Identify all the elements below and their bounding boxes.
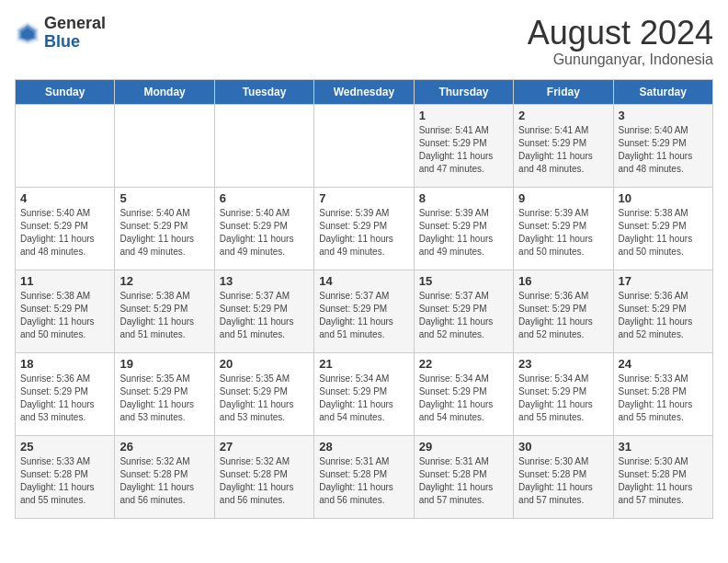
- calendar-cell: 21Sunrise: 5:34 AMSunset: 5:29 PMDayligh…: [314, 352, 414, 435]
- day-info: Sunrise: 5:40 AMSunset: 5:29 PMDaylight:…: [220, 207, 309, 259]
- day-number: 26: [119, 440, 209, 454]
- calendar-week-2: 4Sunrise: 5:40 AMSunset: 5:29 PMDaylight…: [16, 187, 713, 270]
- calendar-cell: [214, 104, 313, 187]
- calendar-cell: 22Sunrise: 5:34 AMSunset: 5:29 PMDayligh…: [414, 352, 513, 435]
- day-info: Sunrise: 5:41 AMSunset: 5:29 PMDaylight:…: [419, 124, 508, 176]
- day-number: 24: [619, 357, 708, 371]
- day-info: Sunrise: 5:32 AMSunset: 5:28 PMDaylight:…: [119, 455, 209, 507]
- calendar-cell: 30Sunrise: 5:30 AMSunset: 5:28 PMDayligh…: [514, 435, 613, 518]
- day-info: Sunrise: 5:39 AMSunset: 5:29 PMDaylight:…: [518, 207, 608, 259]
- calendar-cell: 23Sunrise: 5:34 AMSunset: 5:29 PMDayligh…: [514, 352, 613, 435]
- month-year-title: August 2024: [528, 15, 713, 52]
- calendar-cell: 2Sunrise: 5:41 AMSunset: 5:29 PMDaylight…: [514, 104, 613, 187]
- weekday-header-monday: Monday: [115, 79, 214, 104]
- day-number: 18: [20, 357, 109, 371]
- day-info: Sunrise: 5:40 AMSunset: 5:29 PMDaylight:…: [119, 207, 209, 259]
- logo-general: General: [44, 14, 106, 32]
- calendar-week-3: 11Sunrise: 5:38 AMSunset: 5:29 PMDayligh…: [16, 270, 713, 352]
- day-info: Sunrise: 5:37 AMSunset: 5:29 PMDaylight:…: [319, 290, 408, 341]
- day-info: Sunrise: 5:33 AMSunset: 5:28 PMDaylight:…: [619, 373, 708, 424]
- day-number: 31: [619, 440, 708, 454]
- logo-text: General Blue: [44, 15, 106, 52]
- calendar-cell: 27Sunrise: 5:32 AMSunset: 5:28 PMDayligh…: [214, 435, 313, 518]
- day-info: Sunrise: 5:34 AMSunset: 5:29 PMDaylight:…: [419, 373, 508, 424]
- calendar-cell: 3Sunrise: 5:40 AMSunset: 5:29 PMDaylight…: [613, 104, 712, 187]
- calendar-cell: [16, 104, 115, 187]
- day-number: 6: [220, 191, 309, 205]
- calendar-cell: [314, 104, 414, 187]
- day-number: 5: [119, 191, 209, 205]
- calendar-week-5: 25Sunrise: 5:33 AMSunset: 5:28 PMDayligh…: [16, 435, 713, 518]
- day-number: 7: [319, 191, 408, 205]
- day-info: Sunrise: 5:40 AMSunset: 5:29 PMDaylight:…: [619, 124, 708, 176]
- logo: General Blue: [15, 15, 106, 52]
- calendar-cell: 9Sunrise: 5:39 AMSunset: 5:29 PMDaylight…: [514, 187, 613, 270]
- day-number: 22: [419, 357, 508, 371]
- calendar-cell: 4Sunrise: 5:40 AMSunset: 5:29 PMDaylight…: [16, 187, 115, 270]
- day-number: 30: [518, 440, 608, 454]
- day-number: 23: [518, 357, 608, 371]
- day-info: Sunrise: 5:30 AMSunset: 5:28 PMDaylight:…: [619, 455, 708, 507]
- day-number: 19: [119, 357, 209, 371]
- calendar-cell: 16Sunrise: 5:36 AMSunset: 5:29 PMDayligh…: [514, 270, 613, 352]
- day-info: Sunrise: 5:35 AMSunset: 5:29 PMDaylight:…: [119, 373, 209, 424]
- calendar-cell: 14Sunrise: 5:37 AMSunset: 5:29 PMDayligh…: [314, 270, 414, 352]
- day-info: Sunrise: 5:33 AMSunset: 5:28 PMDaylight:…: [20, 455, 109, 507]
- day-info: Sunrise: 5:36 AMSunset: 5:29 PMDaylight:…: [619, 290, 708, 341]
- calendar-cell: 28Sunrise: 5:31 AMSunset: 5:28 PMDayligh…: [314, 435, 414, 518]
- day-number: 4: [20, 191, 109, 205]
- day-info: Sunrise: 5:34 AMSunset: 5:29 PMDaylight:…: [319, 373, 408, 424]
- weekday-header-tuesday: Tuesday: [214, 79, 313, 104]
- day-number: 21: [319, 357, 408, 371]
- day-number: 29: [419, 440, 508, 454]
- weekday-header-row: SundayMondayTuesdayWednesdayThursdayFrid…: [16, 79, 713, 104]
- calendar-week-1: 1Sunrise: 5:41 AMSunset: 5:29 PMDaylight…: [16, 104, 713, 187]
- day-number: 12: [119, 274, 209, 288]
- weekday-header-saturday: Saturday: [613, 79, 712, 104]
- day-info: Sunrise: 5:36 AMSunset: 5:29 PMDaylight:…: [20, 373, 109, 424]
- calendar-cell: 26Sunrise: 5:32 AMSunset: 5:28 PMDayligh…: [115, 435, 214, 518]
- calendar-cell: 11Sunrise: 5:38 AMSunset: 5:29 PMDayligh…: [16, 270, 115, 352]
- calendar-cell: 31Sunrise: 5:30 AMSunset: 5:28 PMDayligh…: [613, 435, 712, 518]
- day-number: 15: [419, 274, 508, 288]
- day-number: 11: [20, 274, 109, 288]
- day-number: 16: [518, 274, 608, 288]
- calendar-cell: 6Sunrise: 5:40 AMSunset: 5:29 PMDaylight…: [214, 187, 313, 270]
- calendar-cell: 7Sunrise: 5:39 AMSunset: 5:29 PMDaylight…: [314, 187, 414, 270]
- page-header: General Blue August 2024 Gununganyar, In…: [15, 15, 713, 68]
- day-number: 3: [619, 109, 708, 122]
- day-info: Sunrise: 5:31 AMSunset: 5:28 PMDaylight:…: [419, 455, 508, 507]
- day-info: Sunrise: 5:38 AMSunset: 5:29 PMDaylight:…: [20, 290, 109, 341]
- day-info: Sunrise: 5:36 AMSunset: 5:29 PMDaylight:…: [518, 290, 608, 341]
- calendar-table: SundayMondayTuesdayWednesdayThursdayFrid…: [15, 79, 713, 519]
- calendar-cell: 5Sunrise: 5:40 AMSunset: 5:29 PMDaylight…: [115, 187, 214, 270]
- day-info: Sunrise: 5:38 AMSunset: 5:29 PMDaylight:…: [619, 207, 708, 259]
- day-number: 20: [220, 357, 309, 371]
- day-number: 17: [619, 274, 708, 288]
- day-number: 14: [319, 274, 408, 288]
- day-info: Sunrise: 5:34 AMSunset: 5:29 PMDaylight:…: [518, 373, 608, 424]
- calendar-cell: 15Sunrise: 5:37 AMSunset: 5:29 PMDayligh…: [414, 270, 513, 352]
- day-info: Sunrise: 5:35 AMSunset: 5:29 PMDaylight:…: [220, 373, 309, 424]
- day-info: Sunrise: 5:39 AMSunset: 5:29 PMDaylight:…: [319, 207, 408, 259]
- weekday-header-friday: Friday: [514, 79, 613, 104]
- day-info: Sunrise: 5:39 AMSunset: 5:29 PMDaylight:…: [419, 207, 508, 259]
- day-number: 10: [619, 191, 708, 205]
- day-info: Sunrise: 5:30 AMSunset: 5:28 PMDaylight:…: [518, 455, 608, 507]
- calendar-cell: 25Sunrise: 5:33 AMSunset: 5:28 PMDayligh…: [16, 435, 115, 518]
- day-number: 2: [518, 109, 608, 122]
- title-block: August 2024 Gununganyar, Indonesia: [528, 15, 713, 68]
- day-info: Sunrise: 5:37 AMSunset: 5:29 PMDaylight:…: [220, 290, 309, 341]
- logo-blue: Blue: [44, 32, 80, 51]
- day-info: Sunrise: 5:38 AMSunset: 5:29 PMDaylight:…: [119, 290, 209, 341]
- calendar-cell: 8Sunrise: 5:39 AMSunset: 5:29 PMDaylight…: [414, 187, 513, 270]
- calendar-cell: [115, 104, 214, 187]
- weekday-header-thursday: Thursday: [414, 79, 513, 104]
- calendar-cell: 29Sunrise: 5:31 AMSunset: 5:28 PMDayligh…: [414, 435, 513, 518]
- logo-icon: [15, 20, 40, 46]
- day-info: Sunrise: 5:40 AMSunset: 5:29 PMDaylight:…: [20, 207, 109, 259]
- day-number: 1: [419, 109, 508, 122]
- calendar-cell: 18Sunrise: 5:36 AMSunset: 5:29 PMDayligh…: [16, 352, 115, 435]
- day-info: Sunrise: 5:32 AMSunset: 5:28 PMDaylight:…: [220, 455, 309, 507]
- weekday-header-wednesday: Wednesday: [314, 79, 414, 104]
